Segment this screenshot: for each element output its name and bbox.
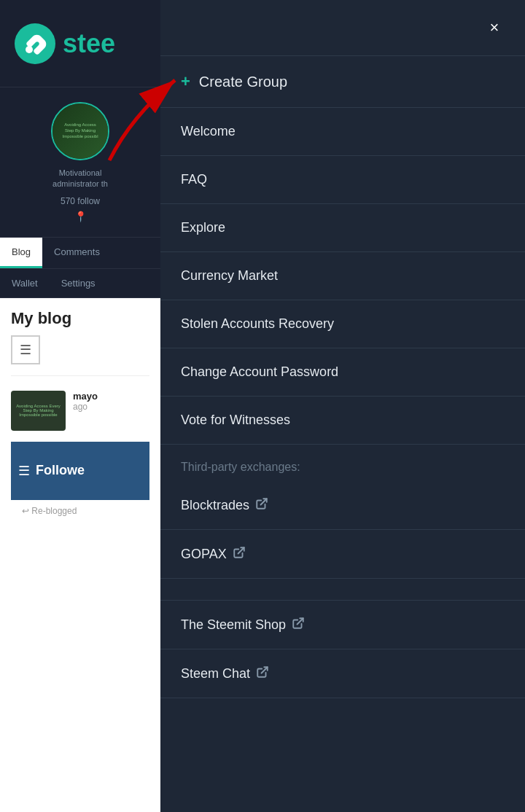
welcome-label: Welcome [181, 124, 236, 139]
blog-post-item: Avoiding Access Every Step By Making Imp… [11, 383, 149, 438]
menu-item-faq[interactable]: FAQ [160, 156, 525, 204]
tab-wallet[interactable]: Wallet [0, 269, 50, 297]
menu-item-gopax[interactable]: GOPAX [160, 530, 525, 579]
menu-item-steem-chat[interactable]: Steem Chat [160, 649, 525, 698]
explore-label: Explore [181, 220, 225, 235]
tab-comments[interactable]: Comments [42, 238, 112, 268]
svg-point-0 [15, 23, 55, 64]
stolen-accounts-label: Stolen Accounts Recovery [181, 316, 334, 332]
left-panel: stee Avoiding Access Step By Making Impo… [0, 0, 160, 812]
section-label-exchanges: Third-party exchanges: [160, 445, 525, 481]
reblogged-row: ↩ Re-blogged [11, 500, 149, 522]
external-link-icon-blocktrades [255, 497, 268, 513]
gopax-label: GOPAX [181, 547, 227, 562]
currency-market-label: Currency Market [181, 268, 278, 284]
menu-item-change-password[interactable]: Change Account Password [160, 348, 525, 397]
profile-bio: Motivational administrator th [11, 168, 149, 190]
steem-chat-label: Steem Chat [181, 666, 250, 682]
follow-banner: ☰ Followe [11, 442, 149, 500]
app-header: stee [0, 0, 160, 87]
change-password-label: Change Account Password [181, 364, 338, 380]
external-link-icon-gopax [233, 546, 246, 562]
tab-blog[interactable]: Blog [0, 238, 42, 268]
post-thumbnail: Avoiding Access Every Step By Making Imp… [11, 391, 66, 431]
post-time: ago [73, 402, 149, 412]
follow-menu-icon: ☰ [18, 463, 30, 479]
blocktrades-label: Blocktrades [181, 498, 249, 513]
logo-text: stee [63, 28, 115, 59]
my-blog-title: My blog [11, 309, 149, 328]
location-icon: 📍 [74, 211, 87, 222]
dropdown-header: × [160, 0, 525, 56]
blog-content-area: My blog ☰ Avoiding Access Every Step By … [0, 298, 160, 812]
create-group-label: Create Group [199, 74, 287, 90]
list-icon-box[interactable]: ☰ [11, 335, 40, 364]
faq-label: FAQ [181, 172, 207, 187]
vote-witnesses-label: Vote for Witnesses [181, 413, 290, 428]
tab-settings[interactable]: Settings [50, 269, 107, 297]
tabs-row-1: Blog Comments Wallet Settings [0, 238, 160, 298]
avatar-image: Avoiding Access Step By Making Impossibl… [52, 104, 108, 159]
steemit-logo-icon [15, 23, 55, 64]
close-button[interactable]: × [481, 15, 508, 41]
menu-item-stolen-accounts[interactable]: Stolen Accounts Recovery [160, 300, 525, 348]
followers-count: 570 follow [11, 196, 149, 206]
tabs-primary: Blog Comments [0, 238, 160, 269]
post-author: mayo [73, 391, 149, 402]
dropdown-menu: × + Create Group Welcome FAQ Explore Cur… [160, 0, 525, 812]
divider-1 [11, 375, 149, 376]
logo-container: stee [15, 23, 115, 64]
section-spacer [160, 579, 525, 601]
profile-section: Avoiding Access Step By Making Impossibl… [0, 87, 160, 238]
external-link-icon-chat [256, 665, 269, 682]
menu-item-explore[interactable]: Explore [160, 204, 525, 252]
menu-item-currency-market[interactable]: Currency Market [160, 252, 525, 300]
external-link-icon-shop [292, 617, 305, 633]
svg-point-1 [26, 46, 33, 53]
menu-item-vote-witnesses[interactable]: Vote for Witnesses [160, 397, 525, 445]
avatar: Avoiding Access Step By Making Impossibl… [51, 102, 109, 160]
plus-icon: + [181, 72, 190, 91]
menu-item-steemit-shop[interactable]: The Steemit Shop [160, 601, 525, 649]
steemit-shop-label: The Steemit Shop [181, 617, 286, 633]
post-info: mayo ago [73, 391, 149, 431]
tabs-secondary: Wallet Settings [0, 269, 160, 298]
menu-item-welcome[interactable]: Welcome [160, 108, 525, 156]
menu-item-blocktrades[interactable]: Blocktrades [160, 481, 525, 530]
follow-text: Followe [36, 463, 85, 478]
create-group-item[interactable]: + Create Group [160, 56, 525, 108]
location-row: 📍 [11, 211, 149, 222]
list-icon: ☰ [20, 342, 31, 358]
